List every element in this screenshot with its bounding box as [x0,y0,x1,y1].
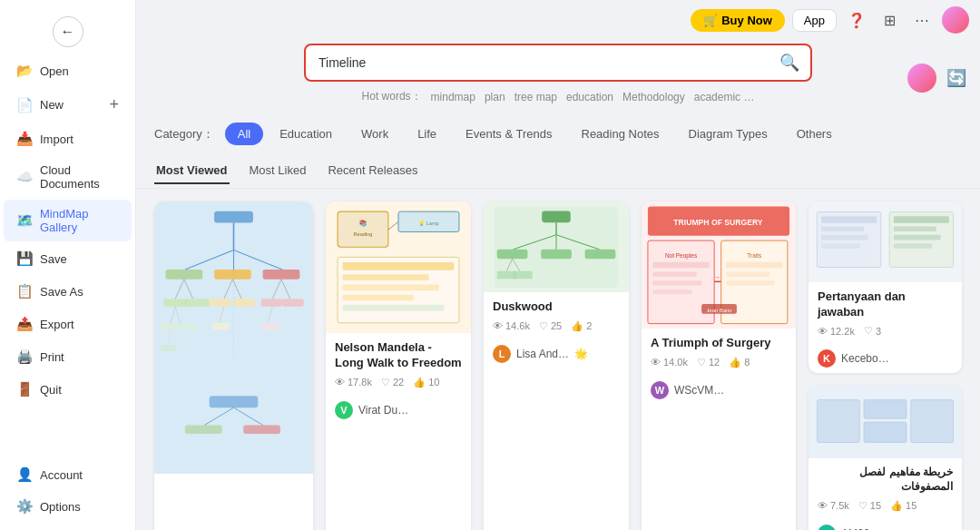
sidebar-item-export[interactable]: 📤 Export [4,309,132,339]
svg-rect-74 [726,280,775,285]
hot-words-label: Hot words： [362,89,422,104]
topbar: 🛒 Buy Now App ❓ ⊞ ⋯ [136,0,980,40]
sidebar-item-open[interactable]: 📂 Open [4,55,132,86]
search-input[interactable] [311,50,774,75]
cat-others[interactable]: Others [784,123,845,145]
card-duskwood[interactable]: Duskwood 👁 14.6k ♡ 25 👍 2 L Lisa And… 🌟 [484,201,629,530]
svg-rect-35 [243,425,280,434]
card-info-duskwood: Duskwood 👁 14.6k ♡ 25 👍 2 [484,292,629,339]
refresh-icon[interactable]: 🔄 [944,65,969,91]
new-icon: 📄 [16,97,33,113]
sidebar-label-open: Open [40,64,69,78]
hot-word-5[interactable]: academic … [694,91,755,103]
card-large-1[interactable] [154,201,313,530]
sidebar-item-new[interactable]: 📄 New + [4,88,132,122]
svg-rect-61 [514,271,533,279]
sidebar-label-import: Import [40,132,74,146]
sidebar-item-quit[interactable]: 🚪 Quit [4,374,132,405]
main-content: 🛒 Buy Now App ❓ ⊞ ⋯ 🔍 Hot words： mindmap… [136,0,980,530]
author-avatar-surgery: W [651,381,669,399]
svg-line-2 [185,250,234,270]
sidebar-item-save-as[interactable]: 📋 Save As [4,276,132,307]
user-avatar-top[interactable] [942,6,969,34]
thumbs-nelson: 👍 10 [413,377,439,388]
card-title-surgery: A Triumph of Surgery [651,336,787,351]
card-surgery[interactable]: TRIUMPH OF SURGERY Not Peoples Traits [642,201,796,530]
grid-icon[interactable]: ⊞ [877,7,902,33]
settings-icon[interactable]: ⋯ [909,7,935,33]
search-button[interactable]: 🔍 [774,49,805,76]
sidebar-item-mindmap[interactable]: 🗺️ MindMap Gallery [4,200,132,241]
tab-most-viewed[interactable]: Most Viewed [154,158,230,184]
svg-rect-67 [652,272,696,277]
svg-rect-46 [343,284,439,290]
mindmap-icon: 🗺️ [16,212,33,229]
likes-arabic: ♡ 15 [858,500,881,512]
card-thumb-arabic [808,386,962,458]
svg-rect-6 [214,270,251,280]
tab-most-liked[interactable]: Most Liked [248,158,309,184]
cat-work[interactable]: Work [348,123,401,145]
svg-rect-82 [821,226,864,231]
sidebar-item-cloud[interactable]: ☁️ Cloud Documents [4,156,132,198]
author-avatar-nelson: V [335,401,353,419]
sidebar-item-save[interactable]: 💾 Save [4,243,132,274]
svg-text:Jean Bario: Jean Bario [706,308,732,313]
hot-word-4[interactable]: Methodology [622,91,685,103]
author-avatar-arabic: A [818,525,836,530]
card-title-duskwood: Duskwood [493,299,620,315]
svg-rect-34 [185,425,222,434]
card-info-surgery: A Triumph of Surgery 👁 14.0k ♡ 12 👍 8 [642,329,796,376]
hot-word-1[interactable]: plan [485,91,505,103]
svg-line-16 [272,280,281,299]
hot-word-0[interactable]: mindmap [431,91,475,103]
cat-life[interactable]: Life [405,123,449,145]
hot-word-3[interactable]: education [566,91,613,103]
sidebar-item-print[interactable]: 🖨️ Print [4,341,132,372]
sidebar-label-print: Print [40,350,64,364]
cat-events[interactable]: Events & Trends [453,123,564,145]
sidebar-item-account[interactable]: 👤 Account [4,459,132,490]
sidebar-item-options[interactable]: ⚙️ Options [4,491,132,522]
svg-rect-48 [343,305,445,311]
sidebar-label-save: Save [40,252,67,266]
sidebar-item-import[interactable]: 📥 Import [4,123,132,154]
cat-all[interactable]: All [225,123,263,145]
app-button[interactable]: App [792,9,837,32]
svg-line-8 [175,280,184,299]
svg-rect-29 [161,346,176,351]
svg-rect-88 [894,235,941,240]
card-arabic[interactable]: خريطة مفاهيم لفصل المصفوفات 👁 7.5k ♡ 15 … [808,386,962,530]
hot-word-2[interactable]: tree map [514,91,557,103]
card-pertanyaan[interactable]: Pertanyaan dan jawaban 👁 12.2k ♡ 3 K Kec… [808,201,962,373]
account-icon: 👤 [16,466,33,483]
gallery: 📚 Reading 💡 Lamp Nelson Mandela [136,189,980,530]
svg-rect-14 [210,299,231,307]
cat-reading[interactable]: Reading Notes [569,123,672,145]
svg-text:💡 Lamp: 💡 Lamp [418,220,438,227]
svg-rect-18 [261,299,283,307]
user-avatar-gallery[interactable] [907,64,936,93]
svg-text:Traits: Traits [747,252,761,259]
back-button[interactable]: ← [53,16,83,47]
card-nelson[interactable]: 📚 Reading 💡 Lamp Nelson Mandela [326,201,471,530]
cat-diagram[interactable]: Diagram Types [676,123,780,145]
author-name-nelson: Virat Du… [358,404,408,417]
svg-rect-7 [263,270,300,280]
svg-rect-83 [821,235,868,240]
tab-recent[interactable]: Recent Releases [326,158,419,184]
new-plus-icon[interactable]: + [109,95,119,114]
views-pertanyaan: 👁 12.2k [818,326,855,337]
svg-line-28 [168,329,171,345]
buy-now-button[interactable]: 🛒 Buy Now [691,9,785,32]
svg-text:→: → [714,273,721,281]
card-info-pertanyaan: Pertanyaan dan jawaban 👁 12.2k ♡ 3 [808,282,962,345]
svg-rect-23 [180,323,197,330]
help-icon[interactable]: ❓ [844,7,869,33]
save-icon: 💾 [16,250,33,267]
svg-rect-55 [497,250,528,260]
thumbs-arabic: 👍 15 [890,500,916,512]
cat-education[interactable]: Education [267,123,345,145]
author-name-surgery: WScVM… [674,384,724,397]
svg-rect-47 [343,295,414,301]
